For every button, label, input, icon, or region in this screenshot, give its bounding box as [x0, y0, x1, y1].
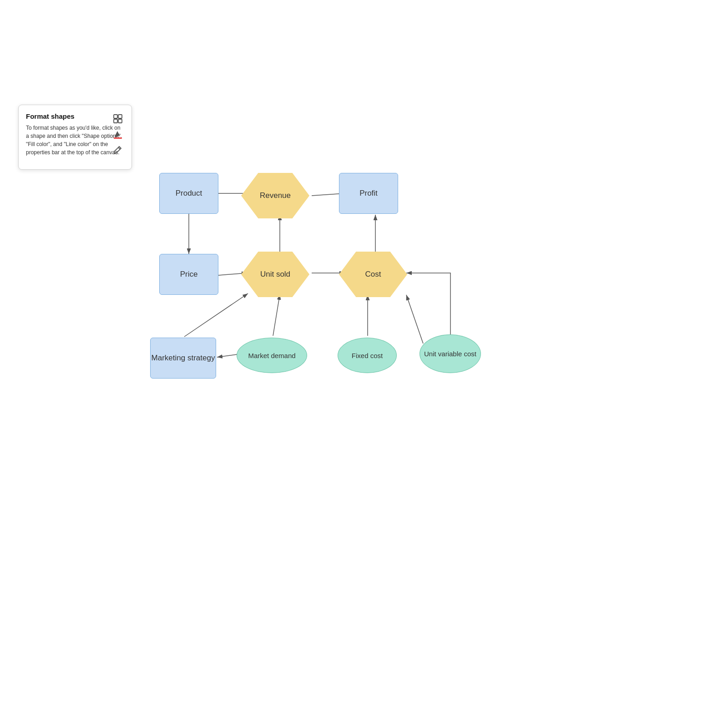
svg-line-14 — [273, 294, 280, 336]
market-demand-node[interactable]: Market demand — [237, 338, 307, 373]
svg-rect-2 — [114, 119, 117, 123]
revenue-node[interactable]: Revenue — [241, 173, 309, 218]
svg-rect-3 — [118, 119, 122, 123]
format-shapes-panel: Format shapes To format shapes as you'd … — [18, 105, 132, 170]
cost-node[interactable]: Cost — [339, 252, 407, 297]
price-node[interactable]: Price — [159, 254, 218, 295]
svg-line-17 — [406, 295, 423, 344]
svg-rect-0 — [114, 115, 117, 118]
svg-rect-4 — [114, 137, 122, 139]
grid-icon — [111, 112, 124, 125]
panel-title: Format shapes — [26, 112, 124, 120]
panel-description: To format shapes as you'd like, click on… — [26, 124, 124, 157]
panel-icons — [111, 112, 124, 156]
fixed-cost-node[interactable]: Fixed cost — [338, 338, 397, 373]
edit-icon — [111, 143, 124, 156]
unit-variable-cost-node[interactable]: Unit variable cost — [420, 334, 481, 373]
svg-rect-1 — [118, 115, 122, 118]
product-node[interactable]: Product — [159, 173, 218, 214]
unit-sold-node[interactable]: Unit sold — [241, 252, 309, 297]
marketing-strategy-node[interactable]: Marketing strategy — [150, 338, 216, 379]
profit-node[interactable]: Profit — [339, 173, 398, 214]
fill-color-icon — [111, 128, 124, 141]
svg-line-15 — [184, 293, 248, 337]
